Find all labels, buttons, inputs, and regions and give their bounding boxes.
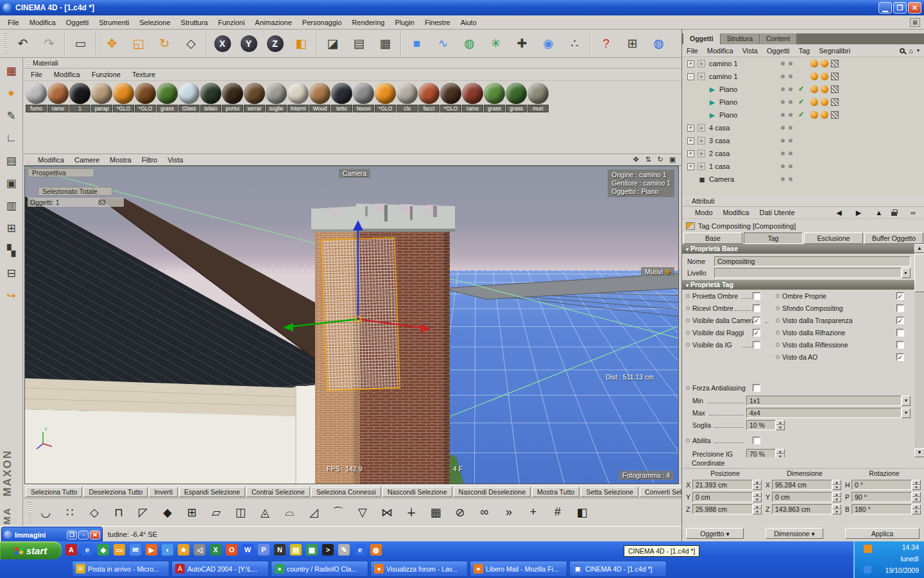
checkbox-ombre-proprie[interactable]: ✓ <box>896 292 904 300</box>
material-tetto[interactable]: tetto <box>331 83 352 112</box>
material-1[interactable]: 1 <box>69 83 90 112</box>
texture-tag-icon[interactable] <box>831 111 839 119</box>
material-facci[interactable]: facci <box>418 83 440 112</box>
immagini-restore-button[interactable]: ❐ <box>67 530 77 539</box>
material-tag-icon[interactable] <box>810 60 818 67</box>
expander-icon[interactable]: + <box>687 150 694 157</box>
extrude-icon[interactable]: ▱ <box>205 502 228 523</box>
coord-field-dimensione-y[interactable]: 0 cm <box>772 492 832 502</box>
live-selection-icon[interactable]: ▭ <box>68 31 93 56</box>
visibility-dot[interactable] <box>781 87 785 91</box>
visibility-dot[interactable] <box>781 100 785 104</box>
tab-struttura[interactable]: Struttura <box>721 33 759 44</box>
rotate-view-icon[interactable]: ↻ <box>655 155 665 164</box>
add-deformer-icon[interactable]: ✚ <box>509 31 535 56</box>
add-particles-icon[interactable]: ∴ <box>562 31 587 56</box>
coord-field-posizione-x[interactable]: 21.393 cm <box>692 480 753 490</box>
disconnect-icon[interactable]: ⊘ <box>449 502 472 523</box>
anim-dot-icon[interactable] <box>686 306 690 310</box>
excel-icon[interactable]: X <box>210 544 221 556</box>
attributes-grip[interactable] <box>686 197 689 204</box>
photoshop-icon[interactable]: P <box>258 544 270 556</box>
last-tool-icon[interactable]: ◇ <box>178 31 203 56</box>
render-settings-icon[interactable]: ▦ <box>373 31 398 56</box>
object-manager-menu-segnalibri[interactable]: Segnalibri <box>814 46 855 56</box>
coord-field-dimensione-x[interactable]: 95.284 cm <box>772 480 832 490</box>
coord-field-rotazione-b[interactable]: 180 ° <box>851 504 912 514</box>
task-posta-in-arrivo-micro[interactable]: ✉Posta in arrivo - Micro... <box>72 561 169 577</box>
task-libero-mail-mozilla-fi[interactable]: ●Libero Mail - Mozilla Fi... <box>470 561 567 577</box>
checkbox-sfondo-compositing[interactable] <box>896 304 904 312</box>
material-glo[interactable]: *GLO <box>113 83 134 112</box>
stitch-icon[interactable]: ∔ <box>400 502 423 523</box>
modeling-grip[interactable] <box>28 502 31 521</box>
array-tool-icon[interactable]: ⊞ <box>2 218 21 238</box>
acrobat-icon[interactable]: A <box>65 544 77 556</box>
anim-dot-icon[interactable] <box>776 294 780 298</box>
material-glo[interactable]: *GLO <box>135 83 156 112</box>
material-tag-icon[interactable] <box>810 111 818 119</box>
material-rame[interactable]: rame <box>462 83 483 112</box>
arc-icon[interactable]: ⌒ <box>327 502 350 523</box>
material-grass[interactable]: grass <box>157 83 178 112</box>
scroll-up-icon[interactable]: ▲ <box>914 244 924 253</box>
material-portoi[interactable]: portoi <box>222 83 243 112</box>
menu-modifica[interactable]: Modifica <box>24 17 61 28</box>
attributes-scrollbar[interactable]: ▲ ▼ <box>914 244 924 457</box>
anim-dot-icon[interactable] <box>776 331 780 335</box>
home-icon[interactable]: ⌂ <box>909 47 913 55</box>
invert-icon[interactable]: ▽ <box>351 502 374 523</box>
espandi-selezione-button[interactable]: Espandi Selezione <box>179 487 245 497</box>
tab-buffer-oggetto[interactable]: Buffer Oggetto <box>864 232 923 244</box>
materials-menu-file[interactable]: File <box>26 69 47 80</box>
visibility-dot[interactable] <box>781 139 785 143</box>
viewport-grip[interactable] <box>27 156 30 164</box>
task-autocad-2004-y-l[interactable]: AAutoCAD 2004 - [Y:\L... <box>171 561 269 577</box>
tab-tag[interactable]: Tag <box>744 232 803 244</box>
matrix-icon[interactable]: ▦ <box>424 502 447 523</box>
coord-spinner[interactable]: ▲▼ <box>753 480 762 490</box>
tab-oggetti[interactable]: Oggetti <box>683 33 720 44</box>
object-manager-menu-modifica[interactable]: Modifica <box>703 46 738 56</box>
axis-y-icon[interactable]: Y <box>236 31 261 56</box>
grid-tool-icon[interactable]: ▤ <box>2 151 21 170</box>
max-drop-button[interactable]: ▾ <box>902 408 911 418</box>
spline-arc-icon[interactable]: ◡ <box>34 502 57 523</box>
visibility-dot[interactable] <box>781 152 785 155</box>
visibility-dot[interactable] <box>781 164 785 168</box>
checker-icon[interactable]: ▚ <box>2 241 21 260</box>
checkbox-visto-dalla-rifrazione[interactable] <box>896 329 904 337</box>
volume-icon[interactable]: ◁ <box>194 544 205 556</box>
object-manager-menu-tag[interactable]: Tag <box>794 46 814 56</box>
dolly-view-icon[interactable]: ⇅ <box>643 155 653 164</box>
material-interni[interactable]: Interni <box>287 83 309 112</box>
axis-z-icon[interactable]: Z <box>262 31 287 56</box>
seleziona-connessi-button[interactable]: Seleziona Connessi <box>311 487 381 497</box>
checkbox-proietta-ombre[interactable] <box>753 292 760 300</box>
menu-finestre[interactable]: Finestre <box>420 17 456 28</box>
tab-base[interactable]: Base <box>683 232 742 244</box>
add-poly-icon[interactable]: ⊞ <box>180 502 203 523</box>
object-1-casa[interactable]: ++1 casa <box>682 160 924 173</box>
setta-selezione-button[interactable]: Setta Selezione <box>581 487 638 497</box>
weld-icon[interactable]: ⋈ <box>375 502 398 523</box>
layout-icon[interactable]: ▦ <box>2 61 21 80</box>
restore-button[interactable]: ❐ <box>893 2 907 13</box>
anim-dot-icon[interactable] <box>686 319 690 322</box>
menu-plugin[interactable]: Plugin <box>389 17 420 28</box>
coord-spinner[interactable]: ▲▼ <box>753 492 762 502</box>
outlook-icon[interactable]: ✉ <box>130 544 141 556</box>
bookmark-filter-icon[interactable]: ▾ <box>917 48 920 53</box>
visibility-dot[interactable] <box>781 113 785 117</box>
coord-spinner[interactable]: ▲▼ <box>753 504 762 514</box>
object-piano[interactable]: ▶Piano✓ <box>682 83 924 96</box>
coord-spinner[interactable]: ▲▼ <box>832 504 841 514</box>
object-camera[interactable]: ◼Camera <box>682 173 924 186</box>
inverti-button[interactable]: Inverti <box>149 487 178 497</box>
material-parap[interactable]: parap <box>91 83 112 112</box>
section-proprieta-tag[interactable]: ▾ Proprietà Tag <box>682 280 914 290</box>
checkbox-visto-da-ao[interactable]: ✓ <box>896 353 904 361</box>
coord-field-rotazione-h[interactable]: 0 ° <box>851 480 912 490</box>
attributes-menu-modo[interactable]: Modo <box>690 207 718 218</box>
precisione-spinner[interactable]: ▲▼ <box>776 449 785 457</box>
